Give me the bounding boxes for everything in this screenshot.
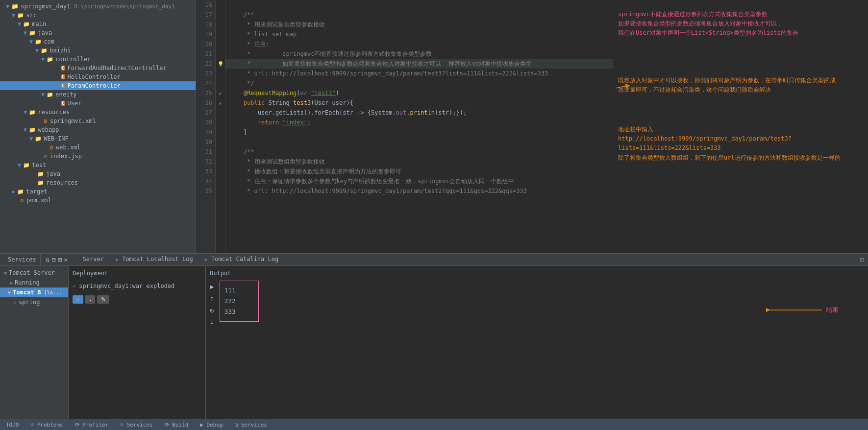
gutter: 💡 ✔ ✔: [216, 0, 225, 253]
code-line-32: * 用来测试数组类型参数接收: [225, 157, 613, 167]
line-numbers: 16 17 18 19 20 21 22 23 24 25 26 27 28 2…: [196, 0, 216, 253]
code-line-30: [225, 137, 613, 147]
output-line-1: 111: [224, 285, 254, 296]
code-line-23: * url: http://localhost:9999/springmvc_d…: [225, 69, 613, 78]
result-arrow: [763, 305, 822, 315]
tree-hello-controller[interactable]: C HelloController: [0, 72, 196, 81]
filter-btn[interactable]: ⊟: [50, 255, 56, 264]
code-editor: 16 17 18 19 20 21 22 23 24 25 26 27 28 2…: [196, 0, 868, 253]
code-line-35: * url: http://localhost:9999/springmvc_d…: [225, 186, 613, 196]
deploy-edit-btn[interactable]: ✎: [97, 295, 109, 304]
code-line-21: * springmvc不能直接通过形参列表方式收集集合类型参数: [225, 49, 613, 59]
deployment-title: Deployment: [73, 270, 201, 277]
output-up-btn[interactable]: ↑: [210, 294, 214, 302]
tree-test[interactable]: ▼ 📁 test: [0, 161, 196, 169]
tree-controller[interactable]: ▼ 📁 controller: [0, 55, 196, 64]
output-run-btn[interactable]: ▶: [210, 283, 214, 290]
tree-java[interactable]: ▼ 📁 java: [0, 28, 196, 37]
annotation-top-pink: springmvc不能直接通过形参列表方式收集集合类型参数 如果要接收集合类型的…: [618, 10, 863, 38]
service-tomcat8[interactable]: ▼ Tomcat 8 [lo...: [0, 287, 68, 297]
tree-webinf[interactable]: ▼ 📁 WEB-INF: [0, 134, 196, 143]
tree-pom-xml[interactable]: 🗎 pom.xml: [0, 196, 196, 205]
tree-springmvc-xml[interactable]: 🗎 springmvc.xml: [0, 117, 196, 125]
deploy-check-icon: ✓: [73, 283, 76, 289]
code-line-17: /**: [225, 10, 613, 20]
code-line-33: * 接收数组：将要接收数组类型直接声明为方法的形参即可: [225, 167, 613, 176]
status-profiler[interactable]: ⟳ Profiler: [73, 422, 111, 428]
code-line-20: * 注意:: [225, 39, 613, 49]
output-box: 111 222 333: [220, 281, 259, 322]
status-debug[interactable]: ▶ Debug: [198, 422, 224, 428]
tree-eneity[interactable]: ▼ 📁 eneity: [0, 90, 196, 99]
code-line-29: }: [225, 127, 613, 137]
deploy-remove-btn[interactable]: -: [85, 295, 95, 304]
deployment-item: ✓ springmvc_day1:war exploded: [73, 281, 201, 291]
services-tree: ▼ Tomcat Server ▶ Running ▼ Tomcat 8 [lo…: [0, 266, 69, 419]
code-line-31: /**: [225, 147, 613, 157]
code-lines: /** * 用来测试集合类型参数接收 * list set map * 注意: …: [225, 0, 613, 253]
result-annotation: 结果: [763, 305, 839, 315]
status-run[interactable]: ⊡ Services: [233, 422, 269, 428]
tree-forward-controller[interactable]: C ForwardAndRedirectController: [0, 64, 196, 72]
annotation-bottom-orange: 地址栏中输入 http://localhost:9999/springmvc_d…: [618, 125, 863, 163]
tree-project[interactable]: ▼ 📁 springmvc_day1 D:\springmvccode\spri…: [0, 2, 196, 11]
service-tomcat-server[interactable]: ▼ Tomcat Server: [0, 268, 68, 278]
result-label: 结果: [826, 306, 839, 314]
panel-maximize-btn[interactable]: ⊡: [860, 256, 864, 263]
tree-src[interactable]: ▼ 📁 src: [0, 11, 196, 20]
bottom-panel: Services ⇅ ⊟ ⊞ » Server ▶ Tomcat Localho…: [0, 253, 868, 419]
output-panel: Output ▶ ↑ ↻ ↓ 111 222 333: [206, 266, 868, 419]
output-line-3: 333: [224, 307, 254, 317]
annotations-panel: springmvc不能直接通过形参列表方式收集集合类型参数 如果要接收集合类型的…: [613, 0, 868, 253]
play-icon: ▶: [10, 280, 13, 286]
service-running[interactable]: ▶ Running: [0, 278, 68, 287]
output-line-2: 222: [224, 296, 254, 307]
code-line-24: */: [225, 78, 613, 88]
code-line-26: public String test3 ( User user){: [225, 98, 613, 108]
output-refresh-btn[interactable]: ↻: [210, 306, 214, 314]
code-line-27: user.getLists().forEach(str -> { System …: [225, 108, 613, 118]
code-line-19: * list set map: [225, 29, 613, 39]
tab-catalina-log[interactable]: ▶ Tomcat Catalina Log: [199, 254, 285, 265]
tree-param-controller[interactable]: C ParamController: [0, 81, 196, 90]
tree-index-jsp[interactable]: 🗎 index.jsp: [0, 152, 196, 161]
tree-com[interactable]: ▼ 📁 com: [0, 37, 196, 46]
deploy-add-btn[interactable]: +: [73, 295, 83, 304]
tree-test-java[interactable]: 📁 java: [0, 169, 196, 178]
deployment-panel: Deployment ✓ springmvc_day1:war exploded…: [69, 266, 206, 419]
code-line-22: * 如果要接收集合类型的参数必须将集合放入对象中接收才可以 推荐放入vo对象中接…: [225, 59, 613, 69]
tree-test-resources[interactable]: 📁 resources: [0, 178, 196, 187]
tree-target[interactable]: ▶ 📁 target: [0, 187, 196, 196]
status-todo[interactable]: TODO: [4, 422, 21, 428]
services-title: Services: [4, 254, 41, 265]
annotation-middle-orange: 既然放入对象中才可以接收，那我们将对象声明为参数，在传参时只传集合类型的成 员变…: [618, 76, 863, 95]
tree-web-xml[interactable]: 🗎 web.xml: [0, 143, 196, 152]
code-line-16: [225, 0, 613, 10]
sort-btn[interactable]: ⇅: [45, 255, 50, 264]
output-title: Output: [210, 270, 864, 277]
code-line-28: return "index" ;: [225, 118, 613, 127]
code-line-18: * 用来测试集合类型参数接收: [225, 20, 613, 29]
tree-baizhi[interactable]: ▼ 📁 baizhi: [0, 46, 196, 55]
status-services[interactable]: ≡ Services: [118, 422, 154, 428]
tree-user[interactable]: C User: [0, 99, 196, 108]
tree-webapp[interactable]: ▼ 📁 webapp: [0, 125, 196, 134]
tab-localhost-log[interactable]: ▶ Tomcat Localhost Log: [110, 254, 199, 265]
code-line-25: @RequestMapping ( ⊙✓ "test3" ): [225, 88, 613, 98]
file-tree: ▼ 📁 springmvc_day1 D:\springmvccode\spri…: [0, 0, 196, 253]
status-build[interactable]: ⟳ Build: [163, 422, 191, 428]
tab-server[interactable]: Server: [77, 254, 110, 265]
tree-main[interactable]: ▼ 📁 main: [0, 20, 196, 28]
status-problems[interactable]: ≡ Problems: [29, 422, 65, 428]
code-line-34: * 注意：保证请求参数多个参数与key与声明的数组变量名一致，springmvc…: [225, 176, 613, 186]
output-down-btn[interactable]: ↓: [210, 318, 214, 326]
status-bar: TODO ≡ Problems ⟳ Profiler ≡ Services ⟳ …: [0, 419, 868, 430]
service-spring[interactable]: ✓ spring: [0, 297, 68, 307]
more-btn[interactable]: »: [63, 255, 69, 264]
tree-resources[interactable]: ▼ 📁 resources: [0, 108, 196, 117]
group-btn[interactable]: ⊞: [57, 255, 63, 264]
